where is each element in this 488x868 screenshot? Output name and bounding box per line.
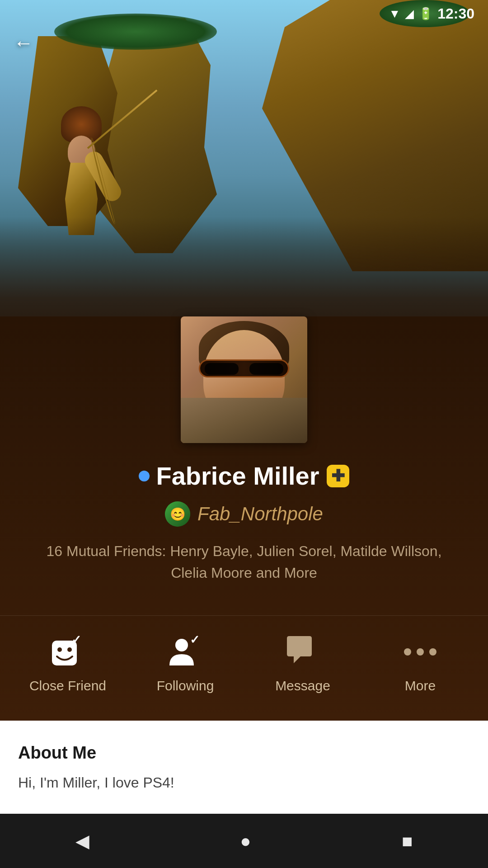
signal-icon: ◢ xyxy=(405,7,414,21)
online-indicator xyxy=(139,471,150,481)
nav-back-button[interactable]: ◀ xyxy=(75,830,89,851)
status-icons: ▼ ◢ 🔋 12:30 xyxy=(389,5,474,22)
message-label: Message xyxy=(275,678,330,693)
message-icon xyxy=(285,634,321,670)
display-name: Fabrice Miller xyxy=(156,462,319,490)
profile-section: Fabrice Miller ✚ 😊 Fab_Northpole 16 Mutu… xyxy=(0,316,488,721)
cover-image: ← xyxy=(0,0,488,353)
following-icon: ✓ xyxy=(167,634,203,670)
avatar-container xyxy=(0,316,488,443)
svg-point-7 xyxy=(417,648,424,656)
svg-point-8 xyxy=(429,648,436,656)
back-button[interactable]: ← xyxy=(14,32,33,54)
svg-point-2 xyxy=(67,647,72,652)
svg-point-6 xyxy=(404,648,411,656)
gamertag-row: 😊 Fab_Northpole xyxy=(18,501,470,527)
ps-plus-icon: ✚ xyxy=(327,465,349,487)
action-buttons: ✓ Close Friend ✓ Following xyxy=(0,615,488,703)
wifi-icon: ▼ xyxy=(389,7,400,21)
gamertag-avatar-inner: 😊 xyxy=(165,501,190,527)
status-bar: ▼ ◢ 🔋 12:30 xyxy=(0,0,488,27)
svg-text:✓: ✓ xyxy=(71,634,81,646)
more-button[interactable]: More xyxy=(380,634,461,693)
gamertag-avatar: 😊 xyxy=(165,501,190,527)
avatar xyxy=(181,316,307,443)
more-icon xyxy=(402,634,438,670)
about-section: About Me Hi, I'm Miller, I love PS4! xyxy=(0,721,488,829)
avatar-sunglasses xyxy=(199,359,289,377)
status-time: 12:30 xyxy=(437,5,474,22)
svg-point-1 xyxy=(57,647,62,652)
username-row: Fabrice Miller ✚ xyxy=(18,461,470,491)
about-preview: Hi, I'm Miller, I love PS4! xyxy=(18,772,470,793)
gamertag: Fab_Northpole xyxy=(197,503,323,525)
user-info: Fabrice Miller ✚ 😊 Fab_Northpole 16 Mutu… xyxy=(0,443,488,606)
cover-background xyxy=(0,0,488,353)
about-title: About Me xyxy=(18,743,470,763)
message-button[interactable]: Message xyxy=(262,634,343,693)
nav-home-button[interactable]: ● xyxy=(240,831,251,851)
more-label: More xyxy=(405,678,436,693)
svg-text:✓: ✓ xyxy=(190,634,200,646)
nav-recent-button[interactable]: ■ xyxy=(402,831,413,851)
close-friend-icon: ✓ xyxy=(50,634,86,670)
close-friend-button[interactable]: ✓ Close Friend xyxy=(27,634,108,693)
svg-point-4 xyxy=(175,639,188,651)
battery-icon: 🔋 xyxy=(418,7,433,21)
close-friend-label: Close Friend xyxy=(29,678,106,693)
following-label: Following xyxy=(157,678,214,693)
avatar-shirt xyxy=(181,398,307,443)
nav-bar: ◀ ● ■ xyxy=(0,814,488,868)
mutual-friends: 16 Mutual Friends: Henry Bayle, Julien S… xyxy=(18,527,470,597)
following-button[interactable]: ✓ Following xyxy=(145,634,226,693)
